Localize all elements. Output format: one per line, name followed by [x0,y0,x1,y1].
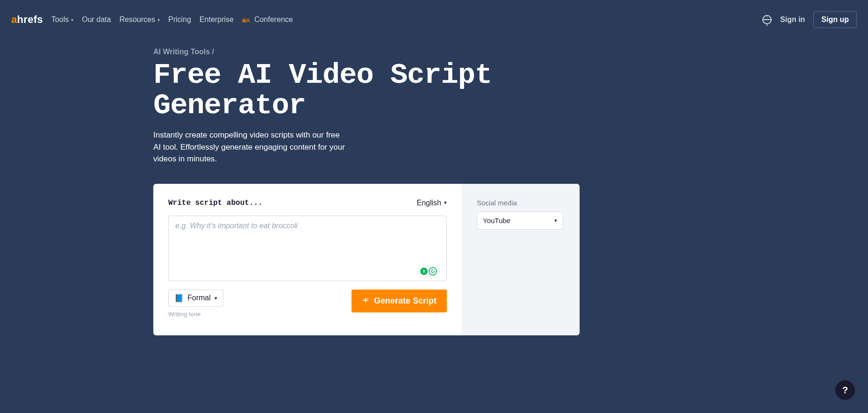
grammarly-icon[interactable] [429,267,437,275]
form-left: Write script about... English ▾ [153,184,462,335]
extension-badges [418,266,439,276]
tone-select[interactable]: 📘 Formal ▾ [168,290,223,307]
generate-button[interactable]: Generate Script [352,290,447,312]
chevron-down-icon: ▾ [71,17,73,22]
tone-wrap: 📘 Formal ▾ Writing tone [168,290,223,318]
nav-tools[interactable]: Tools ▾ [51,15,73,24]
nav-conference[interactable]: a≡ Conference [242,15,293,24]
nav-tools-label: Tools [51,15,69,24]
logo-accent: a [11,14,17,25]
globe-icon[interactable] [762,15,772,24]
nav-enterprise[interactable]: Enterprise [200,15,234,24]
breadcrumb-parent[interactable]: AI Writing Tools [153,48,210,56]
form-bottom: 📘 Formal ▾ Writing tone Generate Script [168,290,447,318]
nav-our-data[interactable]: Our data [82,15,111,24]
page-subtitle: Instantly create compelling video script… [153,129,345,165]
nav-our-data-label: Our data [82,15,111,24]
tone-value: Formal [187,294,211,302]
nav-pricing-label: Pricing [168,15,191,24]
form-label: Write script about... [168,199,263,207]
help-button[interactable]: ? [835,380,855,400]
chevron-down-icon: ▾ [554,217,557,224]
logo-text: hrefs [17,14,43,25]
nav-conference-label: Conference [254,15,293,24]
nav-resources-label: Resources [119,15,155,24]
conference-icon: a≡ [242,16,250,24]
tone-emoji-icon: 📘 [174,294,184,303]
header-right: Sign in Sign up [762,11,857,28]
language-value: English [417,199,441,207]
page-title: Free AI Video Script Generator [153,60,580,121]
header-left: ahrefs Tools ▾ Our data Resources ▾ Pric… [11,14,293,26]
extension-badge-icon[interactable] [420,268,428,275]
sparkle-icon [362,297,369,304]
textarea-wrap [168,216,447,283]
nav-pricing[interactable]: Pricing [168,15,191,24]
chevron-down-icon: ▾ [158,17,160,22]
language-select[interactable]: English ▾ [417,199,447,207]
content: AI Writing Tools / Free AI Video Script … [153,48,580,335]
nav-enterprise-label: Enterprise [200,15,234,24]
form-top: Write script about... English ▾ [168,199,447,207]
main-nav: Tools ▾ Our data Resources ▾ Pricing Ent… [51,15,293,24]
form-container: Write script about... English ▾ [153,184,580,335]
logo[interactable]: ahrefs [11,14,43,26]
social-value: YouTube [483,217,510,225]
chevron-down-icon: ▾ [215,295,217,301]
form-right: Social media YouTube ▾ [462,184,580,335]
generate-label: Generate Script [374,296,437,306]
script-input[interactable] [168,216,447,281]
header: ahrefs Tools ▾ Our data Resources ▾ Pric… [0,0,868,39]
signin-link[interactable]: Sign in [780,15,805,24]
social-label: Social media [477,199,565,207]
breadcrumb: AI Writing Tools / [153,48,580,56]
nav-resources[interactable]: Resources ▾ [119,15,159,24]
svg-point-0 [423,270,424,271]
breadcrumb-sep: / [210,48,214,56]
signup-button[interactable]: Sign up [813,11,857,28]
chevron-down-icon: ▾ [444,200,447,206]
tone-caption: Writing tone [168,311,223,318]
social-select[interactable]: YouTube ▾ [477,211,563,230]
